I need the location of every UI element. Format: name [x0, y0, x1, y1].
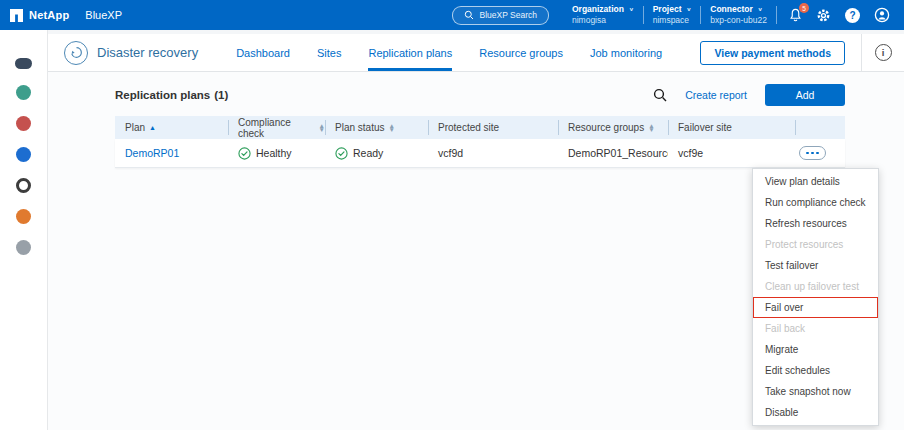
info-area: i [861, 34, 904, 71]
tab-resource-groups[interactable]: Resource groups [479, 34, 563, 71]
divider [776, 6, 777, 24]
ready-check-icon [335, 147, 348, 160]
disaster-recovery-icon [64, 41, 88, 65]
table-row: DemoRP01 Healthy Ready vcf9d DemoRP01_Re… [115, 139, 845, 168]
plan-name-link[interactable]: DemoRP01 [125, 147, 179, 159]
sidebar-icon-5[interactable] [16, 178, 31, 193]
failover-site-cell: vcf9e [668, 147, 795, 159]
menu-item-test-failover[interactable]: Test failover [753, 255, 878, 276]
menu-item-fail-over[interactable]: Fail over [753, 297, 878, 318]
menu-item-disable[interactable]: Disable [753, 402, 878, 423]
question-icon: ? [845, 8, 860, 23]
tab-replication-plans[interactable]: Replication plans [368, 34, 452, 71]
gear-icon [816, 8, 831, 23]
protected-site-cell: vcf9d [428, 147, 558, 159]
column-header-resource-groups[interactable]: Resource groups ▲▼ [558, 116, 668, 139]
sidebar-icon-6[interactable] [16, 209, 31, 224]
section-heading: Replication plans [115, 89, 210, 101]
user-avatar-icon [874, 7, 890, 23]
brand: NetApp BlueXP [10, 9, 122, 22]
healthy-check-icon [238, 147, 251, 160]
user-menu-button[interactable] [874, 7, 890, 23]
column-header-actions [795, 116, 845, 139]
connector-label: Connector [710, 4, 753, 15]
tab-bar: Dashboard Sites Replication plans Resour… [236, 34, 662, 71]
menu-item-protect-resources: Protect resources [753, 234, 878, 255]
bluexp-search-button[interactable]: BlueXP Search [452, 6, 549, 25]
menu-item-run-compliance-check[interactable]: Run compliance check [753, 192, 878, 213]
services-sidebar [0, 30, 48, 430]
project-label: Project [653, 4, 682, 15]
search-label: BlueXP Search [479, 10, 537, 20]
toolbar: Replication plans (1) Create report Add [115, 84, 845, 106]
row-actions-button[interactable] [799, 146, 826, 160]
sort-icon[interactable]: ▲▼ [648, 124, 654, 132]
column-header-protected-site[interactable]: Protected site [428, 116, 558, 139]
search-icon [464, 10, 474, 20]
chevron-down-icon: ∨ [758, 6, 763, 12]
section-title: Replication plans (1) [115, 89, 228, 101]
create-report-link[interactable]: Create report [685, 89, 747, 101]
column-header-plan-status[interactable]: Plan status ▲▼ [325, 116, 428, 139]
menu-item-refresh-resources[interactable]: Refresh resources [753, 213, 878, 234]
add-button[interactable]: Add [765, 84, 845, 106]
divider [700, 6, 701, 24]
connector-selector[interactable]: Connector∨ bxp-con-ubu22 [710, 4, 767, 26]
page-title: Disaster recovery [97, 45, 198, 60]
organization-value: nimogisa [572, 15, 634, 26]
sort-ascending-icon[interactable]: ▲ [149, 124, 156, 131]
top-navigation-bar: NetApp BlueXP BlueXP Search Organization… [0, 0, 904, 30]
sort-icon[interactable]: ▲▼ [388, 124, 394, 132]
tab-dashboard[interactable]: Dashboard [236, 34, 290, 71]
column-header-failover-site[interactable]: Failover site [668, 116, 795, 139]
chevron-down-icon: ∨ [629, 6, 634, 12]
project-selector[interactable]: Project∨ nimspace [653, 4, 692, 26]
info-icon[interactable]: i [875, 44, 892, 61]
tab-sites[interactable]: Sites [317, 34, 341, 71]
menu-item-edit-schedules[interactable]: Edit schedules [753, 360, 878, 381]
organization-selector[interactable]: Organization∨ nimogisa [572, 4, 634, 26]
sidebar-icon-4-active[interactable] [16, 147, 31, 162]
project-value: nimspace [653, 15, 692, 26]
chevron-down-icon: ∨ [687, 6, 692, 12]
plan-count: (1) [214, 89, 228, 101]
settings-button[interactable] [816, 8, 831, 23]
divider [643, 6, 644, 24]
organization-label: Organization [572, 4, 624, 15]
compliance-cell: Healthy [228, 147, 325, 160]
sidebar-icon-3[interactable] [16, 116, 31, 131]
replication-plans-table: Plan ▲ Compliance check ▲▼ Plan status ▲… [115, 116, 845, 168]
notifications-button[interactable]: 5 [789, 8, 802, 22]
view-payment-methods-button[interactable]: View payment methods [700, 41, 845, 65]
menu-item-view-plan-details[interactable]: View plan details [753, 171, 878, 192]
table-header-row: Plan ▲ Compliance check ▲▼ Plan status ▲… [115, 116, 845, 139]
sidebar-icon-2[interactable] [16, 85, 31, 100]
menu-item-clean-up-failover-test: Clean up failover test [753, 276, 878, 297]
row-actions-menu: View plan details Run compliance check R… [752, 168, 879, 426]
menu-item-migrate[interactable]: Migrate [753, 339, 878, 360]
connector-value: bxp-con-ubu22 [710, 15, 767, 26]
company-name: NetApp [29, 9, 69, 21]
product-name: BlueXP [85, 9, 122, 21]
service-header: Disaster recovery Dashboard Sites Replic… [48, 34, 904, 72]
sidebar-icon-1[interactable] [15, 58, 32, 69]
resource-groups-cell: DemoRP01_ResourceGroup1 [558, 147, 668, 159]
netapp-logo-icon [10, 9, 23, 22]
status-cell: Ready [325, 147, 428, 160]
notification-count-badge: 5 [799, 3, 809, 13]
menu-item-fail-back: Fail back [753, 318, 878, 339]
table-search-icon[interactable] [653, 88, 667, 102]
column-header-plan[interactable]: Plan ▲ [115, 116, 228, 139]
sidebar-icon-7[interactable] [16, 240, 31, 255]
tab-job-monitoring[interactable]: Job monitoring [590, 34, 662, 71]
menu-item-take-snapshot-now[interactable]: Take snapshot now [753, 381, 878, 402]
column-header-compliance-check[interactable]: Compliance check ▲▼ [228, 116, 325, 139]
help-button[interactable]: ? [845, 8, 860, 23]
